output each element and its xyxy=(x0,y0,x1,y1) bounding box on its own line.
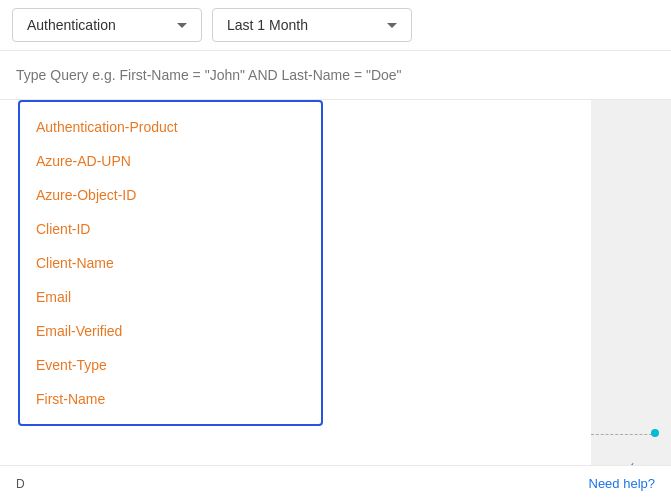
query-search-input[interactable] xyxy=(16,63,655,87)
chevron-down-icon xyxy=(177,23,187,28)
chart-dashed-line xyxy=(591,434,657,435)
bottom-left-label: D xyxy=(16,477,25,491)
dropdown-item-authentication-product[interactable]: Authentication-Product xyxy=(20,110,321,144)
chevron-down-icon-2 xyxy=(387,23,397,28)
authentication-filter-btn[interactable]: Authentication xyxy=(12,8,202,42)
dropdown-item-azure-ad-upn[interactable]: Azure-AD-UPN xyxy=(20,144,321,178)
toolbar: Authentication Last 1 Month xyxy=(0,0,671,51)
field-dropdown: Authentication-Product Azure-AD-UPN Azur… xyxy=(18,100,323,426)
chart-data-point xyxy=(651,429,659,437)
dropdown-item-email[interactable]: Email xyxy=(20,280,321,314)
need-help-link[interactable]: Need help? xyxy=(589,476,656,491)
dropdown-item-client-id[interactable]: Client-ID xyxy=(20,212,321,246)
authentication-filter-label: Authentication xyxy=(27,17,116,33)
date-filter-label: Last 1 Month xyxy=(227,17,308,33)
chart-area: Apr 30 Apr xyxy=(591,100,671,495)
dropdown-item-azure-object-id[interactable]: Azure-Object-ID xyxy=(20,178,321,212)
chart-inner: Apr 30 Apr xyxy=(591,100,667,495)
main-content: Authentication-Product Azure-AD-UPN Azur… xyxy=(0,100,671,495)
dropdown-item-first-name[interactable]: First-Name xyxy=(20,382,321,416)
dropdown-item-event-type[interactable]: Event-Type xyxy=(20,348,321,382)
bottom-bar: D Need help? xyxy=(0,465,671,501)
date-filter-btn[interactable]: Last 1 Month xyxy=(212,8,412,42)
dropdown-item-email-verified[interactable]: Email-Verified xyxy=(20,314,321,348)
dropdown-item-client-name[interactable]: Client-Name xyxy=(20,246,321,280)
search-area xyxy=(0,51,671,100)
